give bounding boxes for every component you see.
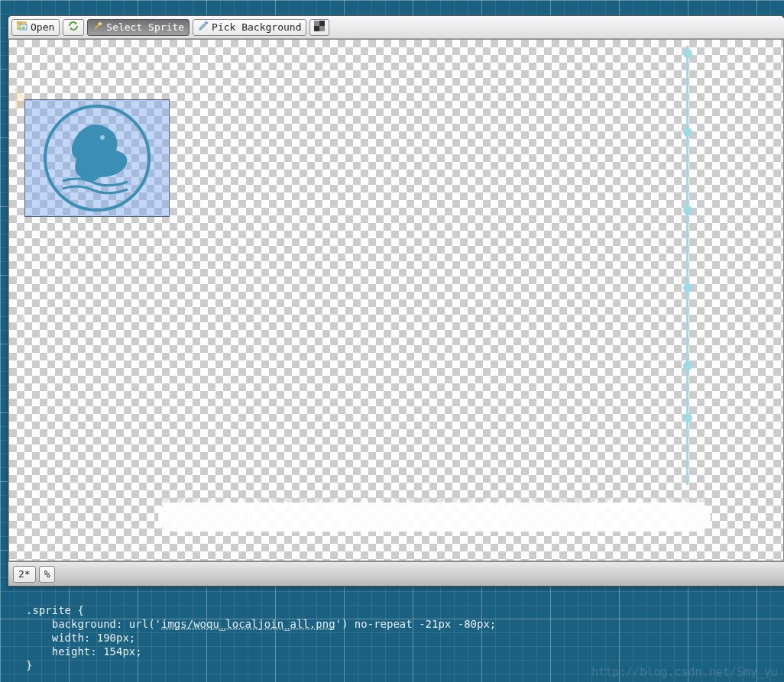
checkerboard-icon [314,21,325,34]
magic-wand-icon [92,21,103,34]
track-dot[interactable] [683,413,692,422]
code-height: height: 154px; [52,645,142,658]
sprite-canvas[interactable]: ⚙ [8,39,784,561]
percent-button[interactable]: % [39,566,56,583]
watermark: http://blog.csdn.net/Smy_yu [591,665,778,679]
open-label: Open [31,21,54,33]
code-selector: .sprite { [26,604,84,616]
toolbar: Open Select Sprite [8,16,784,39]
percent-label: % [44,568,50,580]
track-dot[interactable] [683,205,692,215]
gear-icon: ⚙ [15,307,24,326]
css-output: .sprite { background: url('imgs/woqu_loc… [26,603,496,672]
pick-background-button[interactable]: Pick Background [193,19,306,36]
code-close: } [26,659,32,671]
code-bg-path: imgs/woqu_localjoin_all.png [161,618,335,630]
track-dot[interactable] [683,128,692,137]
select-sprite-button[interactable]: Select Sprite [87,19,190,36]
eyedropper-icon [198,21,209,34]
code-bg-suffix: ') no-repeat -21px -80px; [335,618,497,630]
pick-background-label: Pick Background [212,21,301,33]
track-dot[interactable] [683,49,692,58]
svg-point-9 [100,135,105,140]
reload-button[interactable] [63,19,84,36]
sprite-selection-box[interactable] [24,99,170,217]
vertical-track [686,46,688,485]
svg-rect-7 [314,21,319,26]
zoom-label: 2* [18,568,31,580]
folder-picture-icon [17,21,28,34]
open-button[interactable]: Open [11,19,60,36]
svg-point-3 [21,26,23,27]
code-bg-prefix: background: url(' [52,618,161,630]
sprite-tool-window: Open Select Sprite [8,15,784,587]
bottom-shape [158,503,711,532]
track-dot[interactable] [683,361,692,370]
code-width: width: 190px; [52,632,136,644]
sprite-image [44,105,151,212]
zoom-button[interactable]: 2* [13,566,36,583]
track-dot[interactable] [683,283,692,293]
toggle-background-button[interactable] [309,19,329,36]
svg-rect-8 [319,26,325,31]
status-bar: 2* % [8,561,784,586]
reload-arrows-icon [67,21,79,34]
svg-rect-1 [17,22,21,24]
select-sprite-label: Select Sprite [106,21,184,33]
